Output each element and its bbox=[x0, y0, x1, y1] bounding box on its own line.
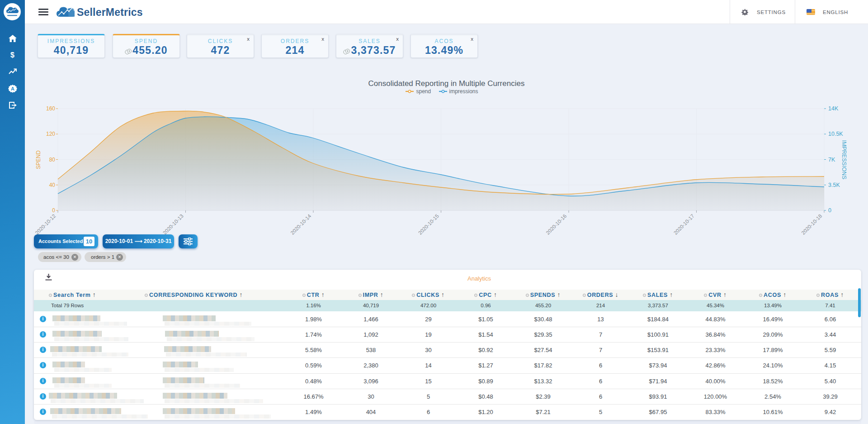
svg-text:2020-10-15: 2020-10-15 bbox=[417, 213, 440, 236]
svg-text:2020-10-13: 2020-10-13 bbox=[162, 213, 184, 236]
svg-text:2020-10-16: 2020-10-16 bbox=[545, 213, 567, 236]
svg-text:14K: 14K bbox=[828, 105, 839, 112]
svg-text:160: 160 bbox=[46, 105, 55, 112]
svg-text:A: A bbox=[11, 86, 14, 91]
svg-text:3.5K: 3.5K bbox=[828, 182, 840, 188]
svg-text:7K: 7K bbox=[828, 157, 835, 163]
svg-text:0: 0 bbox=[828, 207, 831, 214]
svg-text:0: 0 bbox=[52, 207, 55, 214]
svg-text:40: 40 bbox=[49, 182, 56, 188]
svg-text:IMPRESSIONS: IMPRESSIONS bbox=[841, 140, 847, 180]
svg-text:10.5K: 10.5K bbox=[828, 131, 843, 137]
svg-text:120: 120 bbox=[46, 131, 55, 137]
svg-text:2020-10-14: 2020-10-14 bbox=[289, 213, 312, 236]
svg-text:2020-10-12: 2020-10-12 bbox=[34, 213, 57, 236]
svg-text:2020-10-17: 2020-10-17 bbox=[673, 213, 695, 236]
svg-text:80: 80 bbox=[49, 157, 56, 163]
svg-text:2020-10-18: 2020-10-18 bbox=[800, 213, 823, 236]
svg-text:SPEND: SPEND bbox=[35, 150, 42, 169]
